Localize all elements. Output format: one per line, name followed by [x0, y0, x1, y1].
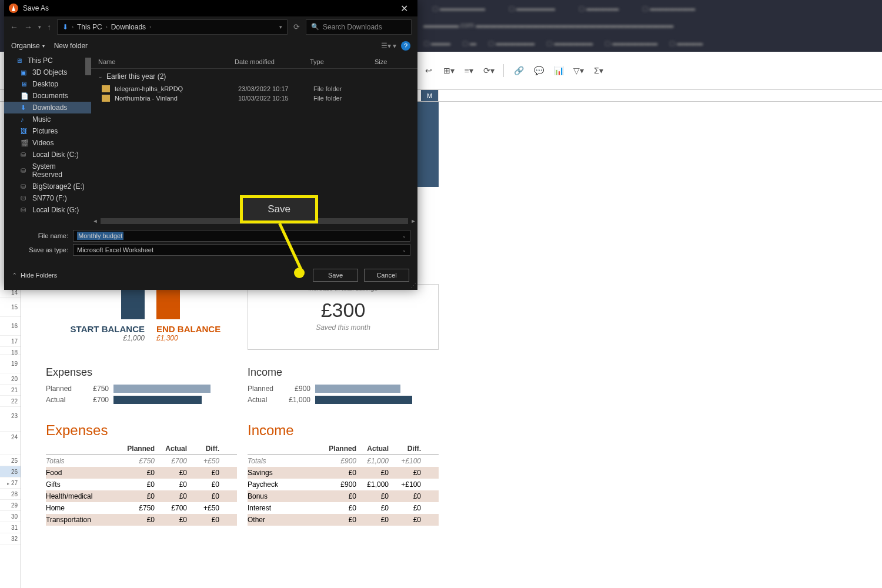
- col-date[interactable]: Date modified: [235, 58, 310, 65]
- nav-back-icon[interactable]: ←: [10, 22, 18, 32]
- chevron-down-icon[interactable]: ⌄: [402, 248, 406, 253]
- brave-icon: [9, 4, 18, 13]
- folder-icon: [102, 85, 110, 92]
- tree-3d-objects[interactable]: ▣3D Objects: [4, 66, 91, 78]
- callout-annotation: Save: [240, 195, 318, 223]
- start-balance: START BALANCE £1,000: [62, 284, 145, 342]
- cancel-button[interactable]: Cancel: [364, 269, 409, 282]
- resize-grip-icon[interactable]: ⋰: [410, 282, 416, 289]
- search-input[interactable]: 🔍 Search Downloads: [306, 19, 412, 35]
- functions-icon[interactable]: Σ▾: [593, 65, 604, 76]
- dialog-title: Save As: [23, 4, 49, 12]
- align-v-icon[interactable]: ≡▾: [463, 65, 474, 76]
- callout-label: Save: [240, 195, 318, 223]
- col-type[interactable]: Type: [310, 58, 375, 65]
- tree-downloads[interactable]: ⬇Downloads: [4, 102, 91, 113]
- income-bars: Income Planned£900 Actual£1,000: [248, 366, 436, 407]
- download-arrow-icon: ⬇: [62, 23, 68, 31]
- col-name[interactable]: Name: [98, 58, 235, 65]
- search-icon: 🔍: [311, 23, 319, 31]
- expenses-bars: Expenses Planned£750 Actual£700: [46, 366, 240, 407]
- tree-system-reserved[interactable]: ⛁System Reserved: [4, 161, 91, 181]
- breadcrumb-path[interactable]: ⬇ › This PC › Downloads › ▾: [57, 19, 288, 35]
- filename-input[interactable]: Monthly budget⌄: [73, 230, 410, 242]
- save-button[interactable]: Save: [313, 269, 358, 282]
- nav-up-icon[interactable]: ↑: [47, 22, 51, 32]
- column-m[interactable]: M: [421, 90, 439, 101]
- tree-this-pc[interactable]: 🖥This PC: [4, 55, 91, 66]
- tree-documents[interactable]: 📄Documents: [4, 90, 91, 102]
- new-folder-button[interactable]: New folder: [54, 42, 88, 50]
- tree-disk-f[interactable]: ⛁SN770 (F:): [4, 192, 91, 204]
- file-row[interactable]: Northumbria - Vinland10/03/2022 10:15Fil…: [91, 93, 417, 103]
- filter-icon[interactable]: ▽▾: [573, 65, 584, 76]
- tree-pictures[interactable]: 🖼Pictures: [4, 125, 91, 137]
- help-icon[interactable]: ?: [401, 41, 410, 51]
- merge-icon[interactable]: ⊞▾: [443, 65, 454, 76]
- tree-disk-e[interactable]: ⛁BigStorage2 (E:): [4, 181, 91, 192]
- file-row[interactable]: telegram-hplhs_kRPDQ23/03/2022 10:17File…: [91, 84, 417, 93]
- saveastype-label: Save as type:: [11, 246, 73, 253]
- nav-forward-icon[interactable]: →: [24, 22, 32, 32]
- close-icon[interactable]: ✕: [396, 3, 413, 14]
- filename-label: File name:: [11, 232, 73, 239]
- tree-music[interactable]: ♪Music: [4, 113, 91, 125]
- saved-summary: Increase in total savings £300 Saved thi…: [248, 284, 439, 350]
- tree-disk-c[interactable]: ⛁Local Disk (C:): [4, 149, 91, 161]
- income-table: Income PlannedActualDiff. Totals£900£1,0…: [248, 422, 439, 526]
- tree-desktop[interactable]: 🖥Desktop: [4, 78, 91, 90]
- hide-folders-button[interactable]: ⌃Hide Folders: [12, 272, 57, 279]
- chart-icon[interactable]: 📊: [553, 65, 564, 76]
- end-balance: END BALANCE £1,300: [156, 284, 221, 342]
- nav-history-icon[interactable]: ▾: [38, 24, 41, 30]
- expenses-table: Expenses PlannedActualDiff. Totals£750£7…: [46, 422, 237, 526]
- organise-button[interactable]: Organise ▾: [11, 42, 45, 50]
- view-mode-icon[interactable]: ☰▾ ▾: [381, 42, 396, 50]
- tree-scrollbar[interactable]: [85, 58, 91, 75]
- rotate-icon[interactable]: ⟳▾: [483, 65, 494, 76]
- wrap-icon[interactable]: ↩: [423, 65, 434, 76]
- saveastype-select[interactable]: Microsoft Excel Worksheet⌄: [73, 244, 410, 256]
- chevron-down-icon[interactable]: ▾: [279, 24, 282, 30]
- chevron-down-icon[interactable]: ⌄: [402, 233, 406, 239]
- link-icon[interactable]: 🔗: [513, 65, 524, 76]
- refresh-icon[interactable]: ⟳: [293, 22, 300, 31]
- tree-disk-g[interactable]: ⛁Local Disk (G:): [4, 204, 91, 216]
- folder-icon: [102, 95, 110, 102]
- comment-icon[interactable]: 💬: [533, 65, 544, 76]
- dialog-titlebar[interactable]: Save As ✕: [4, 0, 417, 16]
- tree-videos[interactable]: 🎬Videos: [4, 137, 91, 149]
- file-group-header[interactable]: ⌄Earlier this year (2): [91, 69, 417, 84]
- col-size[interactable]: Size: [375, 58, 404, 65]
- save-as-dialog: Save As ✕ ← → ▾ ↑ ⬇ › This PC › Download…: [4, 0, 417, 290]
- folder-tree[interactable]: 🖥This PC ▣3D Objects 🖥Desktop 📄Documents…: [4, 55, 91, 225]
